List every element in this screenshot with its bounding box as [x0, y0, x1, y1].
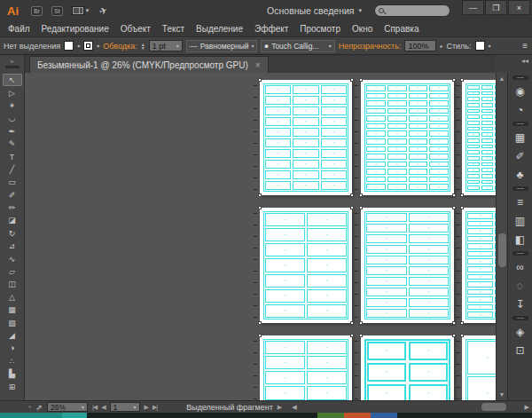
curvature-tool[interactable]: ✎ — [3, 138, 22, 150]
artboard-corner-handle[interactable] — [258, 206, 262, 209]
artboard-corner-handle[interactable] — [452, 78, 456, 82]
artboard-corner-handle[interactable] — [460, 206, 464, 209]
shape-builder-tool[interactable]: ◫ — [3, 278, 22, 290]
artboards-panel-icon[interactable]: ⊡ — [510, 341, 531, 359]
search-input[interactable] — [384, 6, 446, 15]
artboard-corner-handle[interactable] — [359, 321, 363, 325]
chevron-down-icon[interactable]: ▾ — [82, 404, 84, 410]
artboard-corner-handle[interactable] — [359, 334, 363, 337]
chevron-down-icon[interactable]: ▾ — [77, 43, 80, 49]
fill-color-swatch[interactable] — [64, 41, 74, 51]
opacity-field[interactable]: 100% — [404, 40, 436, 51]
artboard-corner-handle[interactable] — [350, 78, 354, 82]
swatches-panel-icon[interactable]: ▦ — [510, 128, 531, 146]
type-tool[interactable]: T — [3, 150, 22, 162]
rotate-view-icon[interactable]: ◔ — [27, 403, 31, 412]
asset-export-panel-icon[interactable]: ↧ — [510, 295, 531, 313]
lasso-tool[interactable]: ◡ — [3, 112, 22, 124]
opacity-arrow-icon[interactable]: ▸ — [440, 43, 442, 49]
eyedropper-tool[interactable]: ◢ — [3, 329, 22, 342]
rectangle-tool[interactable]: ▭ — [3, 176, 22, 188]
menu-item-2[interactable]: Объект — [121, 24, 151, 34]
artboard-corner-handle[interactable] — [359, 78, 363, 82]
artboard-corner-handle[interactable] — [258, 78, 262, 82]
style-swatch[interactable] — [475, 41, 485, 51]
horizontal-scroll-thumb[interactable] — [481, 403, 506, 411]
dock-group-grip[interactable] — [512, 186, 528, 191]
stock-button[interactable]: St — [51, 6, 63, 16]
artboard-corner-handle[interactable] — [452, 321, 456, 325]
chevron-down-icon[interactable]: ▾ — [134, 404, 137, 410]
artboard-corner-handle[interactable] — [460, 78, 464, 82]
direct-selection-tool[interactable]: ▷ — [3, 86, 22, 99]
selection-tool[interactable]: ↖ — [3, 74, 22, 86]
symbol-sprayer-tool[interactable]: ∴ — [3, 355, 22, 367]
brush-select[interactable]: ● Touch Callig... ▾ — [261, 40, 335, 52]
line-segment-tool[interactable]: ╱ — [3, 163, 22, 176]
control-panel-menu-icon[interactable]: ≡ — [522, 41, 528, 51]
close-tab-icon[interactable]: × — [255, 60, 261, 70]
status-expand-icon[interactable]: ▶ — [278, 404, 281, 411]
opacity-link[interactable]: Непрозрачность: — [339, 42, 402, 51]
menu-item-6[interactable]: Просмотр — [300, 24, 340, 34]
menu-item-4[interactable]: Выделение — [196, 24, 243, 34]
gradient-tool[interactable]: ▧ — [3, 316, 22, 328]
document-tab[interactable]: Безымянный-1 @ 26% (CMYK/Предпросмотр GP… — [29, 56, 269, 73]
transparency-panel-icon[interactable]: ◧ — [510, 230, 531, 248]
chevron-down-icon[interactable]: ▾ — [489, 43, 491, 49]
artboard[interactable]: ×××××× — [462, 335, 496, 400]
artboard-corner-handle[interactable] — [350, 321, 354, 325]
stroke-weight-stepper[interactable]: ▲ ▼ — [141, 43, 145, 50]
artboard[interactable]: ××××××××××××××××××××××××××××××××××××××××… — [462, 80, 496, 195]
toolbar-grip[interactable] — [5, 66, 20, 68]
perspective-grid-tool[interactable]: △ — [3, 291, 22, 304]
minimize-button[interactable]: — — [462, 0, 484, 15]
menu-item-3[interactable]: Текст — [162, 24, 184, 34]
arrange-documents-button[interactable]: ▾ — [72, 6, 90, 15]
pen-tool[interactable]: ✒ — [3, 125, 22, 138]
maximize-button[interactable]: ❐ — [485, 0, 507, 15]
chevron-down-icon[interactable]: ▾ — [329, 43, 332, 49]
width-profile-select[interactable]: — Равномерный ▾ — [186, 40, 257, 52]
menu-item-0[interactable]: Файл — [8, 24, 30, 34]
cc-libraries-panel-icon[interactable]: ∞ — [510, 257, 531, 276]
menu-item-7[interactable]: Окно — [352, 24, 372, 34]
scroll-up-icon[interactable]: ▲ — [499, 73, 505, 84]
stepper-down-icon[interactable]: ▼ — [141, 46, 145, 50]
artboard-number-field[interactable]: 1 ▾ — [110, 402, 140, 412]
blend-tool[interactable]: ◑ — [3, 342, 22, 354]
vertical-scrollbar[interactable]: ▲ ▼ — [496, 73, 507, 400]
artboard-tool[interactable]: ⊞ — [3, 380, 22, 392]
adjustments-panel-icon[interactable]: ◌ — [510, 276, 531, 295]
artboard[interactable]: ×××××××××××××× — [260, 335, 352, 400]
last-artboard-button[interactable]: ▶| — [153, 404, 157, 411]
artboard[interactable]: ××××××××××××××××××××××××××××××××××××××××… — [361, 80, 454, 195]
scroll-right-icon[interactable]: ▶ — [522, 404, 532, 411]
artboard-corner-handle[interactable] — [258, 321, 262, 325]
artboard-corner-handle[interactable] — [350, 193, 354, 197]
horizontal-scroll-track[interactable] — [300, 403, 522, 411]
paintbrush-tool[interactable]: ✐ — [3, 189, 22, 201]
symbols-panel-icon[interactable]: ♣ — [510, 165, 531, 184]
width-tool[interactable]: ∿ — [3, 252, 22, 264]
dock-group-grip[interactable] — [512, 251, 528, 256]
search-box[interactable] — [374, 4, 450, 17]
artboard-corner-handle[interactable] — [258, 193, 262, 197]
free-transform-tool[interactable]: ▱ — [3, 265, 22, 278]
chevron-down-icon[interactable]: ▾ — [176, 43, 179, 49]
column-graph-tool[interactable]: ▙ — [3, 367, 22, 380]
previous-artboard-button[interactable]: ◀ — [101, 404, 105, 411]
artboard-corner-handle[interactable] — [460, 334, 464, 337]
gradient-panel-icon[interactable]: ▥ — [510, 211, 531, 230]
menu-item-8[interactable]: Справка — [384, 24, 419, 34]
layers-panel-icon[interactable]: ◈ — [510, 322, 531, 341]
stroke-color-swatch[interactable] — [83, 41, 93, 51]
horizontal-scrollbar[interactable]: ◀ ▶ — [289, 401, 532, 413]
artboard-corner-handle[interactable] — [452, 206, 456, 209]
artboard-corner-handle[interactable] — [359, 206, 363, 209]
artboard-corner-handle[interactable] — [452, 334, 456, 337]
artboard-corner-handle[interactable] — [460, 321, 464, 325]
artboard[interactable]: ×××××××××××××××××××× — [361, 208, 454, 323]
vertical-scroll-thumb[interactable] — [498, 233, 506, 267]
artboard-corner-handle[interactable] — [460, 193, 464, 197]
